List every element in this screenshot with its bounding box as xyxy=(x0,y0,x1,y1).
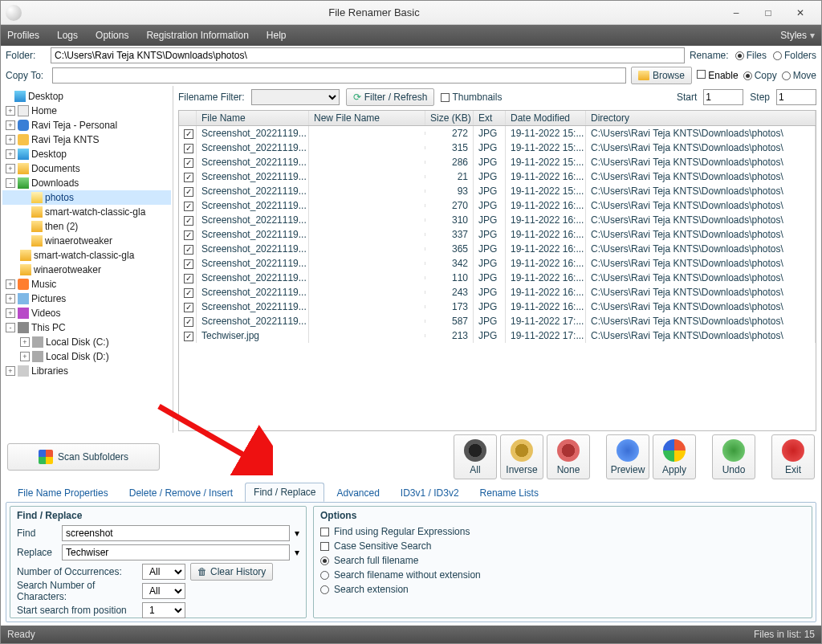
tree-drive-c[interactable]: +Local Disk (C:) xyxy=(2,335,171,349)
row-checkbox[interactable]: ✓ xyxy=(184,288,193,298)
scan-subfolders-button[interactable]: Scan Subfolders xyxy=(7,443,160,471)
search-chars-select[interactable]: All xyxy=(142,583,185,599)
row-checkbox[interactable]: ✓ xyxy=(184,303,193,312)
col-filename[interactable]: File Name xyxy=(197,111,309,125)
find-input[interactable] xyxy=(62,525,290,541)
row-checkbox[interactable]: ✓ xyxy=(184,187,193,197)
opt-regex[interactable]: Find using Regular Expressions xyxy=(320,524,805,539)
table-row[interactable]: ✓ Screenshot_20221119... 315 JPG 19-11-2… xyxy=(179,141,816,155)
browse-button[interactable]: Browse xyxy=(631,67,692,84)
tree-libraries[interactable]: +Libraries xyxy=(2,364,171,378)
table-row[interactable]: ✓ Screenshot_20221119... 337 JPG 19-11-2… xyxy=(179,227,816,242)
table-row[interactable]: ✓ Screenshot_20221119... 21 JPG 19-11-20… xyxy=(179,169,816,184)
menu-styles[interactable]: Styles xyxy=(780,30,807,41)
folder-tree[interactable]: Desktop +Home +Ravi Teja - Personal +Rav… xyxy=(1,86,173,433)
row-checkbox[interactable]: ✓ xyxy=(184,158,193,168)
menu-profiles[interactable]: Profiles xyxy=(7,30,39,41)
row-checkbox[interactable]: ✓ xyxy=(184,230,193,240)
tab-file-name-properties[interactable]: File Name Properties xyxy=(9,483,117,502)
tree-photos[interactable]: photos xyxy=(2,190,171,205)
menu-options[interactable]: Options xyxy=(96,30,128,41)
radio-move[interactable]: Move xyxy=(782,70,816,81)
radio-copy[interactable]: Copy xyxy=(743,70,777,81)
row-checkbox[interactable]: ✓ xyxy=(184,129,193,139)
dropdown-icon[interactable]: ▾ xyxy=(295,547,299,558)
table-row[interactable]: ✓ Screenshot_20221119... 310 JPG 19-11-2… xyxy=(179,213,816,227)
table-row[interactable]: ✓ Screenshot_20221119... 272 JPG 19-11-2… xyxy=(179,126,816,141)
table-row[interactable]: ✓ Screenshot_20221119... 110 JPG 19-11-2… xyxy=(179,271,816,285)
table-row[interactable]: ✓ Screenshot_20221119... 587 JPG 19-11-2… xyxy=(179,314,816,328)
undo-button[interactable]: Undo xyxy=(712,434,755,479)
tree-then[interactable]: then (2) xyxy=(2,219,171,234)
col-size[interactable]: Size (KB) xyxy=(425,111,474,125)
dropdown-icon[interactable]: ▾ xyxy=(295,528,299,539)
tree-desktop2[interactable]: +Desktop xyxy=(2,147,171,161)
tree-videos[interactable]: +Videos xyxy=(2,306,171,320)
tree-desktop[interactable]: Desktop xyxy=(2,89,171,104)
enable-checkbox[interactable]: Enable xyxy=(697,70,739,81)
tree-documents[interactable]: +Documents xyxy=(2,161,171,176)
col-newfilename[interactable]: New File Name xyxy=(309,111,425,125)
menu-registration[interactable]: Registration Information xyxy=(146,30,248,41)
tree-pictures[interactable]: +Pictures xyxy=(2,291,171,306)
menu-help[interactable]: Help xyxy=(267,30,287,41)
table-row[interactable]: ✓ Screenshot_20221119... 342 JPG 19-11-2… xyxy=(179,256,816,271)
table-row[interactable]: ✓ Screenshot_20221119... 93 JPG 19-11-20… xyxy=(179,184,816,198)
filter-refresh-button[interactable]: ⟳Filter / Refresh xyxy=(346,88,435,106)
opt-case[interactable]: Case Sensitive Search xyxy=(320,539,805,553)
table-row[interactable]: ✓ Screenshot_20221119... 173 JPG 19-11-2… xyxy=(179,300,816,314)
row-checkbox[interactable]: ✓ xyxy=(184,317,193,327)
tab-advanced[interactable]: Advanced xyxy=(328,483,388,502)
tree-home[interactable]: +Home xyxy=(2,104,171,118)
radio-files[interactable]: Files xyxy=(735,50,767,61)
tree-smartwatch2[interactable]: smart-watch-classic-gla xyxy=(2,248,171,263)
start-pos-select[interactable]: 1 xyxy=(142,602,185,618)
exit-button[interactable]: Exit xyxy=(771,434,815,479)
tree-smartwatch[interactable]: smart-watch-classic-gla xyxy=(2,205,171,219)
opt-without-ext[interactable]: Search filename without extension xyxy=(320,568,805,582)
table-row[interactable]: ✓ Screenshot_20221119... 286 JPG 19-11-2… xyxy=(179,155,816,169)
copyto-input[interactable] xyxy=(52,67,626,84)
apply-button[interactable]: Apply xyxy=(653,434,696,479)
start-input[interactable] xyxy=(703,89,743,105)
col-ext[interactable]: Ext xyxy=(474,111,506,125)
menu-logs[interactable]: Logs xyxy=(57,30,78,41)
tree-music[interactable]: +Music xyxy=(2,277,171,291)
num-occurrences-select[interactable]: All xyxy=(142,564,185,580)
radio-folders[interactable]: Folders xyxy=(773,50,816,61)
close-button[interactable]: ✕ xyxy=(784,3,816,22)
file-grid[interactable]: File Name New File Name Size (KB) Ext Da… xyxy=(178,110,816,431)
tree-winaero2[interactable]: winaerotweaker xyxy=(2,263,171,277)
row-checkbox[interactable]: ✓ xyxy=(184,274,193,283)
row-checkbox[interactable]: ✓ xyxy=(184,173,193,182)
maximize-button[interactable]: □ xyxy=(752,3,784,22)
opt-extension[interactable]: Search extension xyxy=(320,582,805,597)
tree-drive-d[interactable]: +Local Disk (D:) xyxy=(2,349,171,364)
step-input[interactable] xyxy=(776,89,816,105)
tree-personal[interactable]: +Ravi Teja - Personal xyxy=(2,118,171,132)
replace-input[interactable] xyxy=(62,544,290,560)
row-checkbox[interactable]: ✓ xyxy=(184,202,193,211)
row-checkbox[interactable]: ✓ xyxy=(184,332,193,341)
row-checkbox[interactable]: ✓ xyxy=(184,259,193,269)
table-row[interactable]: ✓ Screenshot_20221119... 365 JPG 19-11-2… xyxy=(179,242,816,256)
table-row[interactable]: ✓ Screenshot_20221119... 270 JPG 19-11-2… xyxy=(179,198,816,213)
row-checkbox[interactable]: ✓ xyxy=(184,245,193,255)
table-row[interactable]: ✓ Screenshot_20221119... 243 JPG 19-11-2… xyxy=(179,285,816,300)
col-modified[interactable]: Date Modified xyxy=(506,111,586,125)
tree-winaero[interactable]: winaerotweaker xyxy=(2,234,171,248)
tab-delete-remove-insert[interactable]: Delete / Remove / Insert xyxy=(120,483,242,502)
tab-rename-lists[interactable]: Rename Lists xyxy=(471,483,547,502)
tree-downloads[interactable]: -Downloads xyxy=(2,176,171,190)
col-directory[interactable]: Directory xyxy=(586,111,816,125)
clear-history-button[interactable]: 🗑Clear History xyxy=(190,563,273,581)
opt-full-filename[interactable]: Search full filename xyxy=(320,553,805,568)
row-checkbox[interactable]: ✓ xyxy=(184,216,193,226)
select-inverse-button[interactable]: Inverse xyxy=(500,434,543,479)
select-all-button[interactable]: All xyxy=(454,434,497,479)
row-checkbox[interactable]: ✓ xyxy=(184,144,193,153)
minimize-button[interactable]: – xyxy=(720,3,752,22)
tab-id3[interactable]: ID3v1 / ID3v2 xyxy=(392,483,468,502)
tab-find-replace[interactable]: Find / Replace xyxy=(245,483,324,502)
preview-button[interactable]: Preview xyxy=(606,434,649,479)
